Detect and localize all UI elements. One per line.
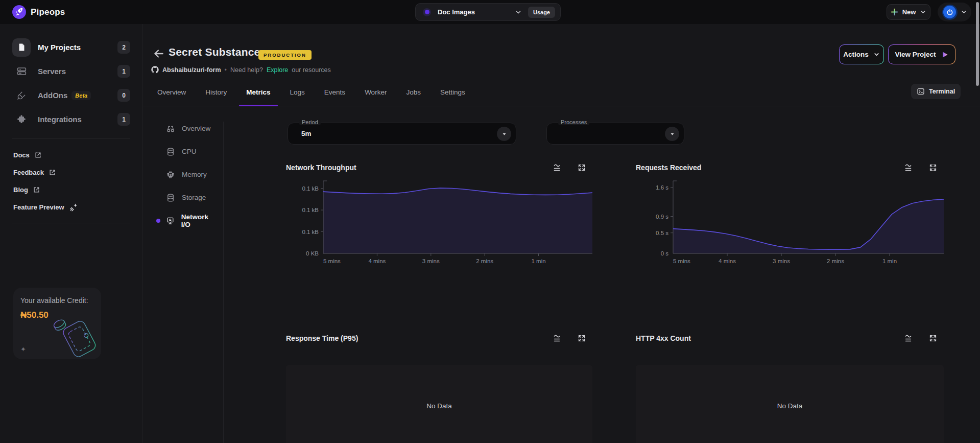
- new-button-label: New: [902, 8, 916, 16]
- power-icon: [946, 9, 953, 16]
- chart-legend-icon[interactable]: [904, 333, 914, 343]
- processes-select[interactable]: Processes: [546, 123, 684, 145]
- dropdown-arrow-button[interactable]: [665, 127, 679, 141]
- view-project-label: View Project: [895, 51, 936, 58]
- metrics-nav-cpu[interactable]: CPU: [155, 140, 217, 163]
- rocket-logo-icon: [12, 5, 26, 19]
- sidebar: My Projects 2 Servers 1 AddOns Beta 0 In…: [0, 24, 143, 443]
- tab-jobs[interactable]: Jobs: [406, 87, 421, 106]
- chart-legend-icon[interactable]: [553, 333, 563, 343]
- storage-database-icon: [166, 193, 175, 202]
- credit-label: Your available Credit:: [20, 296, 94, 305]
- servers-icon: [12, 62, 31, 81]
- chart-legend-icon[interactable]: [553, 162, 563, 173]
- tab-events[interactable]: Events: [324, 87, 345, 106]
- svg-text:0.5 s: 0.5 s: [656, 230, 668, 236]
- project-selector-value: Doc Images: [438, 8, 515, 16]
- terminal-button[interactable]: Terminal: [911, 84, 961, 99]
- period-select[interactable]: Period 5m: [288, 123, 516, 145]
- metrics-subnav: Overview CPU Memory Storage Network I/O: [155, 117, 217, 232]
- page-title: Secret Substance: [169, 46, 260, 58]
- project-selector-dropdown[interactable]: Doc Images Usage: [415, 3, 561, 21]
- tab-logs[interactable]: Logs: [290, 87, 305, 106]
- chevron-down-icon: [515, 9, 522, 16]
- sidebar-item-servers[interactable]: Servers 1: [0, 59, 142, 83]
- terminal-button-label: Terminal: [929, 88, 955, 95]
- no-data-message: No Data: [777, 402, 803, 410]
- external-link-icon: [34, 151, 42, 159]
- puzzle-icon: [12, 110, 31, 129]
- svg-text:5 mins: 5 mins: [323, 258, 341, 264]
- chart-card-requests-received: Requests Received 0 s0.5 s0.9 s1.6 s5 mi…: [636, 162, 944, 267]
- metrics-nav-network-io[interactable]: Network I/O: [155, 209, 217, 232]
- github-icon: [151, 66, 159, 74]
- metrics-nav-storage[interactable]: Storage: [155, 186, 217, 209]
- expand-icon[interactable]: [577, 334, 586, 343]
- brand-name: Pipeops: [31, 7, 65, 17]
- sparkle-icon: ✦: [20, 345, 26, 353]
- actions-button[interactable]: Actions: [839, 44, 884, 64]
- dropdown-arrow-button[interactable]: [497, 127, 511, 141]
- user-menu[interactable]: [938, 3, 971, 21]
- period-label: Period: [299, 119, 321, 125]
- svg-text:2 mins: 2 mins: [827, 258, 844, 264]
- usage-badge[interactable]: Usage: [528, 7, 555, 18]
- chart-legend-icon[interactable]: [904, 162, 914, 173]
- link-label: Docs: [13, 151, 30, 159]
- svg-text:5 mins: 5 mins: [673, 258, 690, 264]
- arrow-left-icon: [152, 47, 165, 60]
- back-button[interactable]: [152, 47, 165, 60]
- link-label: Feature Preview: [13, 203, 64, 211]
- svg-text:2 mins: 2 mins: [476, 258, 493, 264]
- chart-title: Network Throughput: [286, 164, 553, 172]
- projects-count-badge: 2: [117, 41, 130, 54]
- tab-overview[interactable]: Overview: [157, 87, 186, 106]
- integrations-count-badge: 1: [117, 113, 130, 126]
- svg-text:0.1 kB: 0.1 kB: [302, 229, 319, 235]
- tab-metrics[interactable]: Metrics: [246, 87, 270, 106]
- tab-history[interactable]: History: [205, 87, 227, 106]
- brand-logo[interactable]: Pipeops: [12, 5, 65, 19]
- svg-text:4 mins: 4 mins: [368, 258, 386, 264]
- actions-button-label: Actions: [843, 51, 869, 58]
- svg-text:1 min: 1 min: [532, 258, 546, 264]
- sidebar-link-blog[interactable]: Blog: [0, 181, 142, 198]
- network-io-icon: [166, 216, 175, 225]
- metrics-nav-overview[interactable]: Overview: [155, 117, 217, 140]
- view-project-button[interactable]: View Project: [888, 44, 955, 64]
- active-dot: [156, 219, 160, 223]
- sidebar-link-docs[interactable]: Docs: [0, 146, 142, 164]
- sidebar-item-integrations[interactable]: Integrations 1: [0, 107, 142, 131]
- servers-count-badge: 1: [117, 65, 130, 78]
- sidebar-link-feature-preview[interactable]: Feature Preview: [0, 198, 142, 216]
- expand-icon[interactable]: [928, 334, 938, 343]
- tab-bar: Overview History Metrics Logs Events Wor…: [143, 87, 980, 106]
- sidebar-item-addons[interactable]: AddOns Beta 0: [0, 83, 142, 107]
- sidebar-item-label: AddOns: [38, 91, 67, 100]
- chart-header: Response Time (P95): [286, 333, 592, 343]
- chart-header: HTTP 4xx Count: [636, 333, 944, 343]
- repo-name[interactable]: Abshaibu/zuri-form: [162, 66, 221, 74]
- expand-icon[interactable]: [577, 163, 586, 172]
- project-status-dot: [423, 8, 431, 16]
- svg-text:0.1 kB: 0.1 kB: [302, 185, 319, 192]
- expand-icon[interactable]: [928, 163, 938, 172]
- tab-settings[interactable]: Settings: [440, 87, 465, 106]
- sidebar-item-my-projects[interactable]: My Projects 2: [0, 35, 142, 59]
- svg-text:4 mins: 4 mins: [719, 258, 736, 264]
- sidebar-link-feedback[interactable]: Feedback: [0, 164, 142, 181]
- avatar: [942, 5, 958, 20]
- tab-worker[interactable]: Worker: [365, 87, 387, 106]
- chevron-down-icon: [873, 51, 880, 58]
- chart-header: Requests Received: [636, 162, 944, 173]
- sidebar-item-label: My Projects: [38, 43, 81, 52]
- metrics-nav-memory[interactable]: Memory: [155, 163, 217, 186]
- binoculars-icon: [166, 124, 175, 133]
- metrics-nav-label: Storage: [182, 194, 206, 201]
- new-button[interactable]: New: [887, 4, 930, 20]
- svg-text:3 mins: 3 mins: [773, 258, 790, 264]
- wallet-illustration: [53, 308, 104, 363]
- no-data-message: No Data: [426, 402, 452, 410]
- plus-icon: [891, 8, 898, 16]
- explore-link[interactable]: Explore: [267, 66, 288, 74]
